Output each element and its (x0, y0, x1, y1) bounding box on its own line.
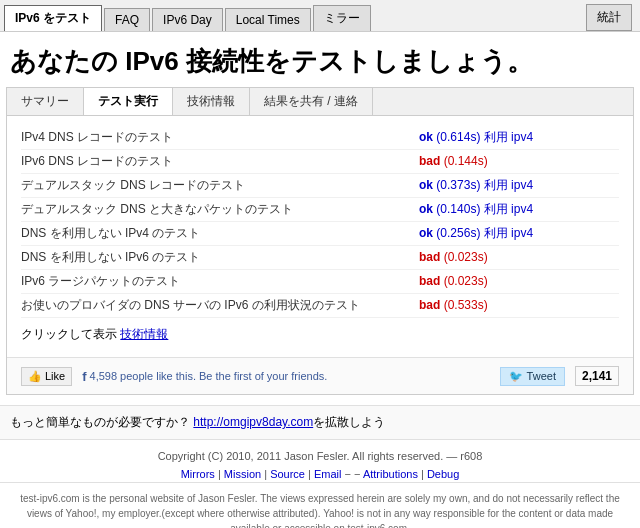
sub-tab-share[interactable]: 結果を共有 / 連絡 (250, 88, 373, 115)
table-row: DNS を利用しない IPv4 のテスト ok (0.256s) 利用 ipv4 (21, 222, 619, 246)
footer-links: Mirrors | Mission | Source | Email − − A… (0, 466, 640, 482)
result-status-nodns-ipv4: ok (0.256s) 利用 ipv4 (419, 225, 619, 242)
main-content-box: サマリー テスト実行 技術情報 結果を共有 / 連絡 IPv4 DNS レコード… (6, 87, 634, 395)
table-row: デュアルスタック DNS レコードのテスト ok (0.373s) 利用 ipv… (21, 174, 619, 198)
table-row: お使いのプロバイダの DNS サーバの IPv6 の利用状況のテスト bad (… (21, 294, 619, 318)
copyright-text: Copyright (C) 2010, 2011 Jason Fesler. A… (158, 450, 483, 462)
table-row: IPv6 DNS レコードのテスト bad (0.144s) (21, 150, 619, 174)
footer-link-mirrors[interactable]: Mirrors (181, 468, 215, 480)
result-label-ipv6-large: IPv6 ラージパケットのテスト (21, 273, 419, 290)
sub-tab-run-test[interactable]: テスト実行 (84, 88, 173, 115)
nav-tab-mirror[interactable]: ミラー (313, 5, 371, 31)
sub-tab-summary[interactable]: サマリー (7, 88, 84, 115)
result-label-ipv6dns: IPv6 DNS レコードのテスト (21, 153, 419, 170)
page-title: あなたの IPv6 接続性をテストしましょう。 (0, 32, 640, 87)
footer-link-email[interactable]: Email (314, 468, 342, 480)
result-status-dualstack-large: ok (0.140s) 利用 ipv4 (419, 201, 619, 218)
like-button[interactable]: 👍 Like (21, 367, 72, 386)
tech-link-row: クリックして表示 技術情報 (21, 318, 619, 347)
promo-text: もっと簡単なものが必要ですか？ (10, 415, 193, 429)
table-row: IPv4 DNS レコードのテスト ok (0.614s) 利用 ipv4 (21, 126, 619, 150)
thumbs-up-icon: 👍 (28, 370, 42, 383)
nav-tab-ipv6day[interactable]: IPv6 Day (152, 8, 223, 31)
footer-link-mission[interactable]: Mission (224, 468, 261, 480)
stats-button[interactable]: 統計 (586, 4, 632, 31)
result-status-ipv6dns: bad (0.144s) (419, 154, 619, 168)
footer-link-source[interactable]: Source (270, 468, 305, 480)
result-label-dualstack-dns: デュアルスタック DNS レコードのテスト (21, 177, 419, 194)
fb-like-text: 4,598 people like this. Be the first of … (90, 370, 328, 382)
tech-info-link[interactable]: 技術情報 (120, 327, 168, 341)
result-status-ipv6-large: bad (0.023s) (419, 274, 619, 288)
footer-link-debug[interactable]: Debug (427, 468, 459, 480)
like-label: Like (45, 370, 65, 382)
footer-link-attributions[interactable]: Attributions (363, 468, 418, 480)
result-label-nodns-ipv4: DNS を利用しない IPv4 のテスト (21, 225, 419, 242)
footer-dash: − − (345, 468, 363, 480)
result-status-isp-dns: bad (0.533s) (419, 298, 619, 312)
result-label-ipv4dns: IPv4 DNS レコードのテスト (21, 129, 419, 146)
sub-tab-bar: サマリー テスト実行 技術情報 結果を共有 / 連絡 (7, 88, 633, 116)
social-bar: 👍 Like f 4,598 people like this. Be the … (7, 357, 633, 394)
nav-tab-ipv6test[interactable]: IPv6 をテスト (4, 5, 102, 31)
twitter-icon: 🐦 (509, 370, 523, 383)
promo-suffix: を拡散しよう (313, 415, 385, 429)
promo-link[interactable]: http://omgipv8day.com (193, 415, 313, 429)
results-area: IPv4 DNS レコードのテスト ok (0.614s) 利用 ipv4 IP… (7, 116, 633, 357)
facebook-icon: f (82, 369, 86, 384)
tech-link-prefix: クリックして表示 (21, 327, 120, 341)
facebook-like-section: f 4,598 people like this. Be the first o… (82, 369, 327, 384)
nav-tabs-left: IPv6 をテスト FAQ IPv6 Day Local Times ミラー (4, 4, 371, 31)
top-navigation: IPv6 をテスト FAQ IPv6 Day Local Times ミラー 統… (0, 0, 640, 32)
table-row: IPv6 ラージパケットのテスト bad (0.023s) (21, 270, 619, 294)
promo-area: もっと簡単なものが必要ですか？ http://omgipv8day.comを拡散… (0, 405, 640, 439)
result-status-dualstack-dns: ok (0.373s) 利用 ipv4 (419, 177, 619, 194)
tweet-button[interactable]: 🐦 Tweet (500, 367, 565, 386)
tweet-label: Tweet (527, 370, 556, 382)
tweet-count: 2,141 (575, 366, 619, 386)
footer-copyright: Copyright (C) 2010, 2011 Jason Fesler. A… (0, 439, 640, 466)
table-row: DNS を利用しない IPv6 のテスト bad (0.023s) (21, 246, 619, 270)
result-label-nodns-ipv6: DNS を利用しない IPv6 のテスト (21, 249, 419, 266)
disclaimer-text: test-ipv6.com is the personal website of… (0, 482, 640, 528)
result-status-nodns-ipv6: bad (0.023s) (419, 250, 619, 264)
nav-tab-localtimes[interactable]: Local Times (225, 8, 311, 31)
result-status-ipv4dns: ok (0.614s) 利用 ipv4 (419, 129, 619, 146)
nav-tab-faq[interactable]: FAQ (104, 8, 150, 31)
result-label-dualstack-large: デュアルスタック DNS と大きなパケットのテスト (21, 201, 419, 218)
result-label-isp-dns: お使いのプロバイダの DNS サーバの IPv6 の利用状況のテスト (21, 297, 419, 314)
table-row: デュアルスタック DNS と大きなパケットのテスト ok (0.140s) 利用… (21, 198, 619, 222)
sub-tab-tech-info[interactable]: 技術情報 (173, 88, 250, 115)
